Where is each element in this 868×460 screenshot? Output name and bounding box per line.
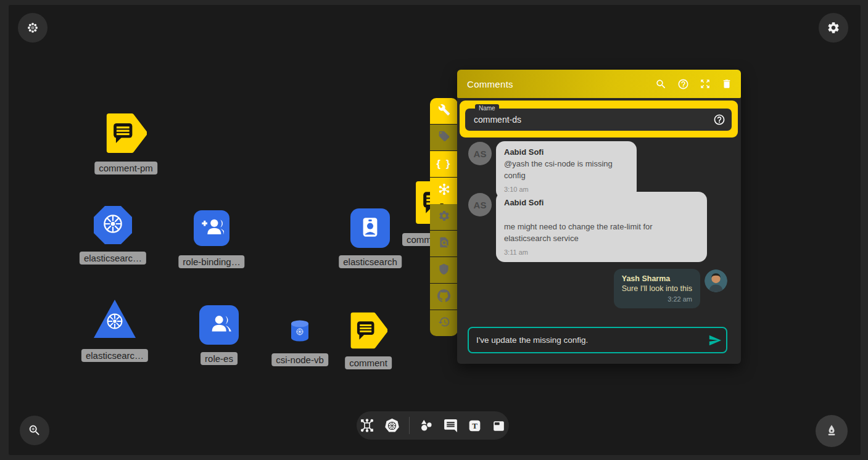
comment-shape-icon	[105, 146, 147, 156]
node-label[interactable]: role-binding…	[178, 255, 244, 268]
toolbar-item-history[interactable]	[430, 310, 458, 336]
kubernetes-flower-icon	[26, 21, 39, 35]
toolbar-item-github[interactable]	[430, 284, 458, 310]
chat-message: Yash Sharma Sure I'll look into this 3:2…	[614, 269, 700, 308]
comment-icon[interactable]	[443, 418, 458, 433]
chat-message: Aabid Sofi @yash the csi-node is missing…	[496, 141, 637, 199]
node-label[interactable]: role-es	[200, 352, 238, 365]
name-field[interactable]: Name	[465, 109, 732, 131]
toolbar-item-json[interactable]: { }	[430, 151, 458, 177]
expand-icon[interactable]	[700, 78, 711, 89]
zoom-in-button[interactable]	[20, 416, 49, 445]
toolbar-divider	[409, 417, 410, 434]
tag-icon	[438, 130, 450, 145]
message-text: me might need to change the rate-limit f…	[504, 221, 699, 245]
node-service-account[interactable]	[350, 208, 390, 248]
node-label[interactable]: elasticsearc…	[81, 349, 148, 362]
settings-gear-icon	[827, 21, 840, 35]
canvas-tools-toolbar: T	[357, 411, 509, 440]
wrench-icon	[438, 104, 450, 118]
comment-input[interactable]	[469, 335, 704, 345]
settings-button[interactable]	[819, 13, 848, 43]
kubernetes-icon[interactable]	[384, 417, 400, 434]
node-comment[interactable]	[349, 311, 387, 350]
pen-tool-icon	[824, 424, 839, 438]
node-label[interactable]: comment-pm	[94, 162, 157, 175]
node-label[interactable]: elasticsearch	[339, 255, 402, 268]
comment-shape-icon	[349, 341, 387, 351]
message-author: Aabid Sofi	[504, 198, 699, 207]
gear-icon	[438, 210, 450, 224]
node-role[interactable]	[199, 305, 239, 345]
role-person-icon	[206, 311, 232, 339]
name-field-section: Name	[460, 101, 738, 138]
pen-tool-button[interactable]	[816, 415, 848, 447]
send-icon[interactable]	[704, 334, 726, 347]
panel-title: Comments	[467, 79, 513, 89]
node-action-toolbar: { }	[430, 98, 458, 337]
components-icon[interactable]	[359, 417, 375, 433]
message-author: Yash Sharma	[622, 274, 692, 283]
search-icon[interactable]	[655, 78, 667, 90]
zoom-in-icon	[28, 424, 41, 437]
mesh-hub-icon	[437, 183, 451, 199]
toolbar-item-configure[interactable]	[430, 98, 458, 124]
note-icon[interactable]	[491, 418, 506, 433]
node-storage[interactable]	[290, 319, 310, 343]
design-canvas-stage: comment-pm elasticsearc… role-binding… e…	[0, 0, 868, 460]
service-account-badge-icon	[357, 214, 383, 242]
help-icon[interactable]	[713, 113, 725, 126]
avatar: AS	[468, 193, 492, 216]
message-text: @yash the csi-node is missing config	[504, 158, 629, 182]
toolbar-item-settings[interactable]	[430, 204, 458, 230]
chat-message: Aabid Sofi me might need to change the r…	[496, 192, 707, 262]
storage-cylinder-icon	[290, 334, 310, 345]
comments-panel: Comments Name AS Aabid Sofi @yash the cs…	[457, 70, 741, 364]
message-time: 3:11 am	[504, 248, 699, 256]
message-time: 3:22 am	[622, 295, 692, 303]
delete-icon[interactable]	[721, 78, 732, 89]
message-author: Aabid Sofi	[504, 147, 629, 157]
node-role-binding[interactable]	[194, 210, 229, 246]
text-icon[interactable]: T	[467, 418, 482, 433]
history-icon	[438, 316, 450, 331]
node-label[interactable]: elasticsearc…	[80, 252, 146, 265]
comments-panel-header[interactable]: Comments	[457, 70, 741, 98]
node-label[interactable]: comment	[345, 356, 392, 369]
node-elasticsearch-octagon[interactable]	[94, 206, 132, 244]
toolbar-item-validate[interactable]	[430, 231, 458, 257]
toolbar-item-tag[interactable]	[430, 125, 458, 150]
kubernetes-wheel-icon	[105, 311, 125, 334]
kubernetes-wheel-icon	[101, 212, 125, 238]
node-comment-pm[interactable]	[105, 112, 147, 154]
node-label[interactable]: csi-node-vb	[271, 353, 328, 366]
kubernetes-flower-button[interactable]	[18, 13, 48, 43]
toolbar-item-security[interactable]	[430, 257, 458, 283]
comment-composer[interactable]	[468, 327, 727, 353]
shapes-icon[interactable]	[418, 417, 434, 433]
svg-text:T: T	[472, 421, 477, 430]
avatar: AS	[468, 142, 492, 165]
name-input[interactable]	[474, 109, 702, 131]
github-icon	[437, 289, 450, 305]
help-icon[interactable]	[677, 78, 689, 90]
toolbar-item-mesh[interactable]	[430, 178, 458, 203]
shield-icon	[438, 263, 450, 277]
doc-search-icon	[438, 236, 450, 251]
message-gap	[504, 209, 699, 221]
braces-icon: { }	[437, 158, 452, 170]
role-binding-icon	[199, 215, 224, 242]
avatar	[705, 269, 727, 292]
message-text: Sure I'll look into this	[622, 284, 692, 293]
